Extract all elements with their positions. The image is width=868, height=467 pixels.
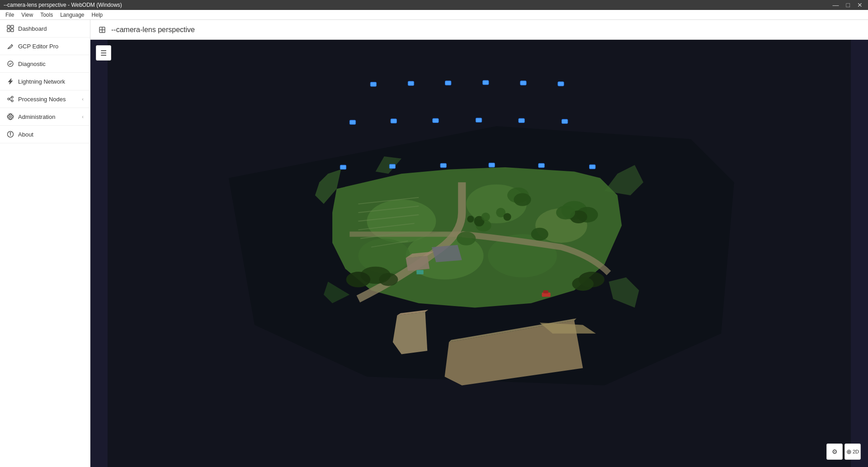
view-2d-label: 2D xyxy=(853,449,859,454)
sidebar: DashboardGCP Editor ProDiagnosticLightni… xyxy=(0,20,90,467)
svg-point-15 xyxy=(10,132,11,133)
sidebar-item-processing-nodes[interactable]: Processing Nodes‹ xyxy=(0,90,90,108)
sidebar-item-about[interactable]: About xyxy=(0,126,90,143)
viewer-controls: ⚙ ⊕ 2D xyxy=(826,443,861,460)
menu-toggle-button[interactable]: ☰ xyxy=(96,45,111,61)
settings-icon: ⚙ xyxy=(832,448,838,455)
svg-rect-1 xyxy=(11,25,14,28)
svg-point-42 xyxy=(514,193,531,206)
sidebar-item-label-about: About xyxy=(18,131,84,138)
svg-rect-3 xyxy=(11,29,14,32)
svg-rect-87 xyxy=(489,163,495,167)
svg-line-10 xyxy=(9,98,11,99)
gcp-editor-pro-icon xyxy=(6,42,14,50)
svg-point-58 xyxy=(346,272,371,287)
view-2d-button[interactable]: ⊕ 2D xyxy=(844,443,861,460)
svg-rect-72 xyxy=(370,82,376,87)
sidebar-item-gcp-editor-pro[interactable]: GCP Editor Pro xyxy=(0,38,90,55)
sidebar-item-label-administration: Administration xyxy=(18,113,82,120)
hamburger-icon: ☰ xyxy=(100,49,107,57)
svg-rect-89 xyxy=(590,165,595,169)
settings-button[interactable]: ⚙ xyxy=(826,443,843,460)
sidebar-arrow-processing-nodes: ‹ xyxy=(82,96,84,102)
3d-scene xyxy=(90,40,868,467)
svg-point-45 xyxy=(531,228,548,241)
maximize-button[interactable]: □ xyxy=(844,1,852,9)
svg-rect-73 xyxy=(408,81,414,86)
svg-rect-82 xyxy=(519,118,524,123)
svg-rect-74 xyxy=(445,81,451,85)
svg-rect-84 xyxy=(340,165,346,170)
main-content: --camera-lens perspective ☰ xyxy=(90,20,868,467)
titlebar-controls: — □ ✕ xyxy=(831,1,864,9)
sidebar-item-lightning-network[interactable]: Lightning Network xyxy=(0,73,90,90)
menu-tools[interactable]: Tools xyxy=(37,11,57,19)
page-title: --camera-lens perspective xyxy=(111,26,195,34)
svg-rect-75 xyxy=(483,80,489,85)
menu-language[interactable]: Language xyxy=(57,11,88,19)
sidebar-item-label-gcp-editor-pro: GCP Editor Pro xyxy=(18,43,84,50)
svg-rect-55 xyxy=(543,290,548,293)
svg-rect-81 xyxy=(476,118,481,123)
processing-nodes-icon xyxy=(6,95,14,103)
close-button[interactable]: ✕ xyxy=(855,1,864,9)
svg-marker-6 xyxy=(9,79,12,84)
view-2d-icon: ⊕ xyxy=(846,448,852,455)
svg-point-44 xyxy=(457,231,476,245)
svg-point-48 xyxy=(467,216,474,222)
svg-rect-56 xyxy=(416,270,423,274)
sidebar-item-diagnostic[interactable]: Diagnostic xyxy=(0,55,90,73)
titlebar-title: --camera-lens perspective - WebODM (Wind… xyxy=(4,2,122,8)
sidebar-item-dashboard[interactable]: Dashboard xyxy=(0,20,90,38)
svg-point-59 xyxy=(379,273,398,286)
svg-rect-0 xyxy=(7,25,10,28)
svg-point-9 xyxy=(11,100,13,102)
svg-rect-85 xyxy=(389,164,395,169)
administration-icon xyxy=(6,113,14,121)
svg-rect-78 xyxy=(349,120,355,125)
page-header: --camera-lens perspective xyxy=(90,20,868,40)
dashboard-icon xyxy=(6,24,14,33)
3d-viewer[interactable]: ☰ xyxy=(90,40,868,467)
svg-point-61 xyxy=(572,277,594,291)
menu-view[interactable]: View xyxy=(18,11,37,19)
svg-rect-88 xyxy=(538,163,544,168)
svg-point-40 xyxy=(556,206,575,220)
sidebar-arrow-administration: ‹ xyxy=(82,114,84,119)
sidebar-item-label-lightning-network: Lightning Network xyxy=(18,78,84,85)
svg-rect-86 xyxy=(440,163,446,168)
page-icon xyxy=(98,25,107,34)
svg-rect-79 xyxy=(391,119,396,123)
svg-rect-83 xyxy=(562,119,568,124)
sidebar-item-administration[interactable]: Administration‹ xyxy=(0,108,90,126)
menubar: FileViewToolsLanguageHelp xyxy=(0,10,868,20)
lightning-network-icon xyxy=(6,77,14,85)
svg-point-8 xyxy=(11,96,13,98)
sidebar-item-label-dashboard: Dashboard xyxy=(18,25,84,32)
sidebar-item-label-processing-nodes: Processing Nodes xyxy=(18,96,82,103)
svg-point-7 xyxy=(8,98,9,100)
sidebar-item-label-diagnostic: Diagnostic xyxy=(18,61,84,67)
diagnostic-icon xyxy=(6,60,14,68)
svg-marker-52 xyxy=(406,256,430,271)
svg-point-50 xyxy=(504,213,511,221)
menu-help[interactable]: Help xyxy=(88,11,107,19)
svg-rect-77 xyxy=(558,82,564,86)
svg-rect-76 xyxy=(520,81,526,85)
titlebar: --camera-lens perspective - WebODM (Wind… xyxy=(0,0,868,10)
svg-marker-62 xyxy=(393,312,427,354)
svg-point-12 xyxy=(9,116,11,118)
svg-point-30 xyxy=(358,239,410,273)
svg-marker-51 xyxy=(432,245,462,262)
svg-rect-80 xyxy=(433,118,439,123)
menu-file[interactable]: File xyxy=(2,11,18,19)
svg-rect-2 xyxy=(7,29,10,32)
svg-point-47 xyxy=(481,212,490,221)
minimize-button[interactable]: — xyxy=(831,1,841,9)
svg-line-11 xyxy=(9,99,11,100)
about-icon xyxy=(6,130,14,138)
